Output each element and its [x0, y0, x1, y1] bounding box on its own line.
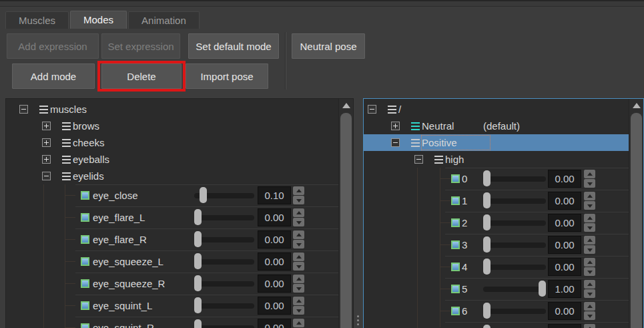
slider-track[interactable]	[194, 325, 254, 328]
slider-track[interactable]	[483, 176, 546, 182]
value-spinbox[interactable]: 0.00	[258, 297, 291, 315]
scrollbar-thumb[interactable]	[340, 113, 352, 328]
spin-down-button[interactable]	[293, 196, 304, 204]
muscle-checkbox[interactable]	[451, 196, 460, 205]
slider-track[interactable]	[483, 287, 546, 292]
spin-down-button[interactable]	[584, 311, 595, 320]
muscle-checkbox[interactable]	[81, 323, 89, 328]
collapse-icon[interactable]	[42, 172, 51, 180]
tree-slider-row[interactable]: eye_squeeze_R0.00	[6, 273, 339, 295]
neutral-pose-button[interactable]: Neutral pose	[292, 33, 365, 59]
tab-modes[interactable]: Modes	[70, 11, 127, 29]
right-scrollbar[interactable]	[629, 99, 643, 328]
spin-up-button[interactable]	[584, 214, 595, 222]
tree-slider-row[interactable]: eye_close0.10	[6, 184, 339, 206]
muscle-checkbox[interactable]	[451, 174, 460, 183]
tree-node-row[interactable]: cheeks	[6, 134, 339, 151]
scroll-up-arrow-icon[interactable]	[339, 99, 353, 112]
spin-down-button[interactable]	[584, 201, 595, 210]
muscle-checkbox[interactable]	[81, 279, 89, 288]
muscle-checkbox[interactable]	[451, 218, 460, 227]
set-expression-button[interactable]: Set expression	[101, 33, 180, 59]
spin-up-button[interactable]	[584, 170, 595, 178]
muscle-checkbox[interactable]	[81, 301, 89, 310]
value-spinbox[interactable]: 1.00	[548, 280, 581, 298]
slider-handle[interactable]	[194, 297, 202, 313]
spin-down-button[interactable]	[293, 240, 304, 249]
spin-up-button[interactable]	[293, 208, 304, 217]
tree-node-row[interactable]: Positive	[364, 134, 629, 151]
delete-button[interactable]: Delete	[101, 63, 182, 89]
slider-track[interactable]	[483, 198, 546, 204]
muscle-checkbox[interactable]	[451, 240, 460, 249]
muscle-checkbox[interactable]	[81, 213, 89, 222]
value-spinbox[interactable]: 0.00	[548, 236, 581, 254]
tree-slider-row[interactable]: eye_flare_R0.00	[6, 228, 339, 251]
spin-up-button[interactable]	[584, 302, 595, 311]
tree-node-row[interactable]: /	[364, 101, 629, 118]
spin-up-button[interactable]	[293, 253, 304, 261]
tree-node-row[interactable]: high	[364, 151, 629, 168]
slider-handle[interactable]	[483, 303, 491, 319]
import-pose-button[interactable]: Import pose	[186, 63, 268, 89]
expand-icon[interactable]	[391, 122, 400, 130]
spin-down-button[interactable]	[293, 262, 304, 271]
slider-handle[interactable]	[483, 259, 491, 275]
value-spinbox[interactable]: 0.00	[548, 258, 581, 276]
slider-track[interactable]	[483, 309, 546, 314]
tree-slider-row[interactable]: 60.00	[364, 300, 629, 322]
spin-up-button[interactable]	[584, 192, 595, 200]
tree-slider-row[interactable]: 40.00	[364, 256, 629, 278]
value-spinbox[interactable]: 0.00	[258, 208, 291, 226]
tab-animation[interactable]: Animation	[128, 11, 200, 29]
tree-node-row[interactable]: eyelids	[6, 168, 339, 184]
spin-down-button[interactable]	[293, 306, 304, 315]
spin-up-button[interactable]	[584, 236, 595, 244]
set-default-mode-button[interactable]: Set default mode	[188, 33, 279, 59]
collapse-icon[interactable]	[414, 155, 423, 164]
muscle-checkbox[interactable]	[81, 235, 89, 244]
slider-handle[interactable]	[483, 325, 491, 328]
spin-down-button[interactable]	[293, 284, 304, 293]
value-spinbox[interactable]: 0.00	[258, 319, 291, 328]
spin-up-button[interactable]	[584, 258, 595, 267]
slider-handle[interactable]	[194, 209, 202, 225]
slider-handle[interactable]	[539, 281, 546, 297]
muscle-checkbox[interactable]	[451, 307, 460, 315]
tree-slider-row[interactable]: eye_squeeze_L0.00	[6, 251, 339, 273]
tree-node-row[interactable]: eyeballs	[6, 151, 339, 168]
splitter-handle-dot[interactable]	[357, 319, 359, 321]
slider-handle[interactable]	[194, 275, 202, 291]
collapse-icon[interactable]	[19, 105, 28, 114]
slider-handle[interactable]	[483, 192, 491, 208]
left-scrollbar[interactable]	[338, 99, 353, 328]
tree-slider-row[interactable]: 51.00	[364, 278, 629, 300]
scrollbar-thumb[interactable]	[631, 113, 642, 328]
slider-handle[interactable]	[194, 231, 202, 247]
slider-track[interactable]	[483, 242, 546, 248]
spin-up-button[interactable]	[293, 319, 304, 327]
tree-slider-row[interactable]: eye_squint_L0.00	[6, 295, 339, 317]
slider-handle[interactable]	[194, 253, 202, 269]
expand-icon[interactable]	[42, 138, 51, 147]
value-spinbox[interactable]: 0.00	[548, 302, 581, 320]
scroll-up-arrow-icon[interactable]	[629, 99, 643, 112]
tree-slider-row[interactable]: 10.00	[364, 190, 629, 212]
tree-node-row[interactable]: brows	[6, 118, 339, 134]
tree-slider-row[interactable]: 00.00	[364, 168, 629, 190]
slider-track[interactable]	[483, 220, 546, 226]
add-expression-button[interactable]: Add expression	[7, 33, 99, 59]
spin-up-button[interactable]	[293, 275, 304, 283]
tree-slider-row[interactable]: eye_flare_L0.00	[6, 206, 339, 228]
slider-track[interactable]	[194, 281, 254, 287]
value-spinbox[interactable]: 0.00	[548, 192, 581, 210]
add-mode-button[interactable]: Add mode	[12, 63, 95, 89]
slider-handle[interactable]	[483, 214, 491, 230]
tree-slider-row[interactable]: eye_squint_R0.00	[6, 317, 339, 328]
value-spinbox[interactable]: 0.00	[258, 275, 291, 293]
tree-slider-row[interactable]	[364, 322, 629, 328]
muscle-checkbox[interactable]	[81, 191, 89, 200]
value-spinbox[interactable]: 0.00	[258, 230, 291, 249]
value-spinbox[interactable]: 0.10	[258, 186, 291, 204]
value-spinbox[interactable]: 0.00	[258, 253, 291, 271]
